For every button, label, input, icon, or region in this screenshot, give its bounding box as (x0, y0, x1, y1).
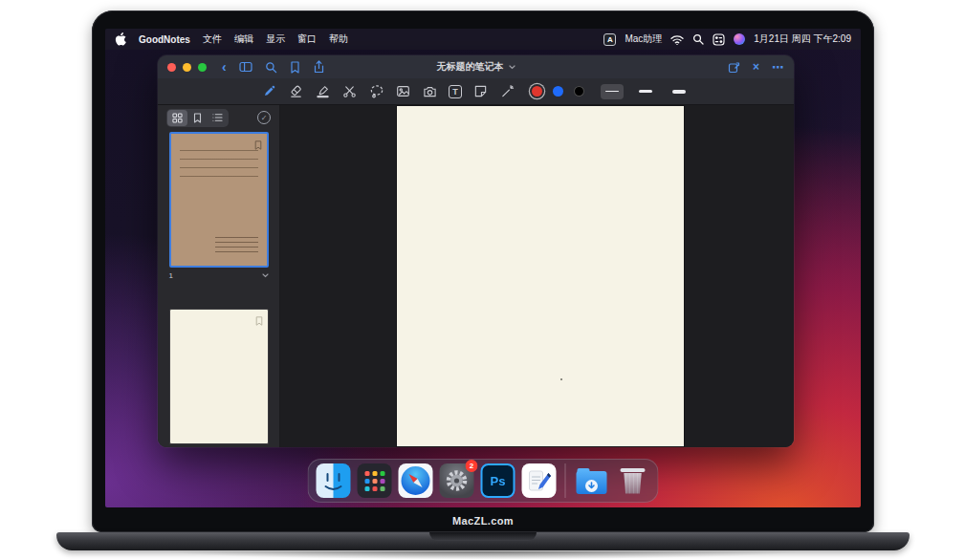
assistant-status-label[interactable]: Mac助理 (625, 32, 662, 46)
dock-item-downloads[interactable] (575, 463, 609, 498)
close-tab-icon[interactable]: × (753, 61, 759, 73)
dock-item-finder[interactable] (317, 463, 351, 498)
pen-color-red[interactable] (532, 86, 542, 97)
window-title[interactable]: 无标题的笔记本 (437, 55, 515, 78)
download-arrow-icon (585, 480, 598, 492)
menu-item-help[interactable]: 帮助 (329, 32, 348, 46)
page-options-chevron-icon[interactable] (262, 273, 269, 278)
photoshop-logo: Ps (481, 463, 515, 498)
launchpad-grid-icon (358, 463, 392, 498)
dock-item-safari[interactable] (399, 463, 433, 498)
minimize-window-button[interactable] (183, 63, 191, 72)
page-number-label: 1 (169, 271, 173, 280)
select-pages-button[interactable]: ✓ (257, 111, 271, 124)
pen-color-black[interactable] (574, 86, 584, 97)
bookmark-icon[interactable] (290, 61, 300, 74)
sticker-tool-icon[interactable] (472, 83, 489, 99)
bookmarks-view-icon[interactable] (187, 110, 208, 126)
eraser-tool-icon[interactable] (288, 83, 304, 99)
thumbnails-view-icon[interactable] (167, 110, 187, 126)
dock: 2 Ps (308, 459, 659, 503)
goodnotes-window: ‹ (158, 55, 794, 447)
bezel-brand-text: MacZL.com (92, 515, 874, 527)
safari-compass-icon (402, 466, 430, 495)
ink-dot-mark (560, 378, 562, 380)
laptop-bezel: GoodNotes 文件 编辑 显示 窗口 帮助 A Mac助理 (92, 11, 874, 532)
dock-item-system-preferences[interactable]: 2 (440, 463, 474, 498)
laptop-mockup: GoodNotes 文件 编辑 显示 窗口 帮助 A Mac助理 (92, 11, 874, 532)
dock-item-launchpad[interactable] (358, 463, 392, 498)
search-icon[interactable] (265, 61, 277, 74)
trash-bin-icon (623, 473, 644, 494)
wifi-icon[interactable] (670, 34, 684, 45)
notification-badge: 2 (466, 460, 478, 472)
apple-logo-icon[interactable] (115, 32, 126, 46)
lasso-tool-icon[interactable] (368, 83, 384, 99)
window-titlebar[interactable]: ‹ (158, 55, 794, 78)
new-page-icon[interactable] (728, 61, 740, 74)
zoom-window-button[interactable] (198, 63, 207, 72)
thumbnail-2-paper (169, 309, 269, 444)
note-canvas[interactable] (280, 105, 794, 447)
menu-item-edit[interactable]: 编辑 (234, 32, 253, 46)
laptop-base (56, 532, 910, 550)
pointer-tool-icon[interactable] (499, 83, 515, 99)
notebook-page[interactable] (397, 106, 684, 446)
menu-bar: GoodNotes 文件 编辑 显示 窗口 帮助 A Mac助理 (105, 29, 861, 50)
goodnotes-pen-paper-icon (525, 466, 554, 495)
pen-color-blue[interactable] (553, 86, 563, 97)
outline-view-icon[interactable] (208, 110, 228, 126)
siri-icon[interactable] (734, 33, 745, 45)
share-icon[interactable] (313, 60, 325, 74)
image-tool-icon[interactable] (395, 83, 411, 99)
view-mode-icon[interactable] (239, 61, 252, 73)
notebook-title-label: 无标题的笔记本 (437, 60, 504, 74)
sidebar-view-segmented-control (166, 109, 229, 127)
stroke-width-medium[interactable] (634, 84, 657, 99)
scissors-tool-icon[interactable] (341, 83, 358, 99)
laptop-lid-notch (429, 532, 537, 541)
menu-item-window[interactable]: 窗口 (297, 32, 317, 46)
thumbnail-1-paper (169, 132, 269, 268)
stroke-width-thick[interactable] (668, 84, 691, 99)
pages-sidebar: ✓ (158, 105, 280, 447)
highlighter-tool-icon[interactable] (315, 83, 331, 99)
dock-separator (565, 463, 566, 498)
menu-bar-clock[interactable]: 1月21日 周四 下午2:09 (754, 32, 851, 46)
pen-tool-icon[interactable] (261, 83, 277, 99)
close-window-button[interactable] (167, 63, 176, 72)
thumbnail-2-bookmark-icon[interactable] (255, 312, 263, 330)
menu-app-name[interactable]: GoodNotes (139, 34, 190, 45)
spotlight-search-icon[interactable] (692, 33, 704, 45)
menu-item-file[interactable]: 文件 (203, 32, 222, 46)
camera-tool-icon[interactable] (422, 83, 438, 99)
back-button[interactable]: ‹ (222, 60, 227, 74)
more-options-icon[interactable]: ⋯ (772, 61, 784, 74)
desktop-wallpaper: GoodNotes 文件 编辑 显示 窗口 帮助 A Mac助理 (105, 29, 861, 507)
menu-item-view[interactable]: 显示 (266, 32, 285, 46)
chevron-down-icon (509, 65, 515, 70)
finder-face-icon (317, 463, 351, 498)
page-thumbnail-1[interactable] (169, 132, 269, 268)
page-thumbnail-2[interactable] (169, 309, 269, 444)
trash-lid-icon (621, 468, 646, 472)
dock-item-trash[interactable] (616, 463, 650, 498)
stroke-width-thin[interactable] (601, 84, 624, 99)
control-center-icon[interactable] (713, 33, 725, 46)
screenshot-root: GoodNotes 文件 编辑 显示 窗口 帮助 A Mac助理 (0, 0, 965, 560)
laptop-shadow (34, 551, 932, 560)
dock-item-photoshop[interactable]: Ps (481, 463, 515, 498)
text-tool-icon[interactable]: T (449, 85, 462, 98)
tools-toolbar: T (158, 78, 794, 105)
input-source-icon[interactable]: A (603, 33, 616, 46)
dock-item-goodnotes[interactable] (522, 463, 557, 498)
